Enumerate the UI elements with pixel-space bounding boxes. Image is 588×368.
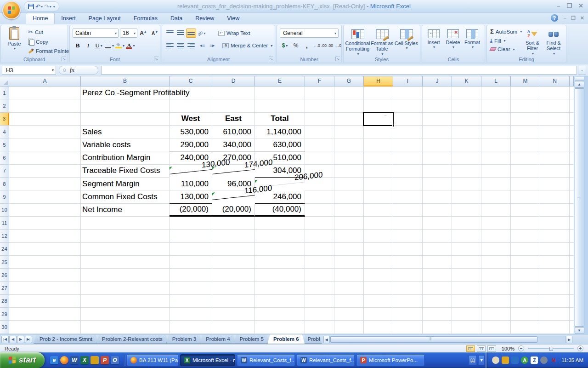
- restore-button[interactable]: ❐: [566, 2, 572, 9]
- align-bottom-button[interactable]: [186, 29, 196, 38]
- cell-D27[interactable]: [212, 282, 255, 294]
- cell-F9[interactable]: [305, 190, 334, 203]
- cell-A30[interactable]: [9, 321, 81, 334]
- underline-button[interactable]: U▾: [94, 41, 104, 50]
- cell-K11[interactable]: [452, 217, 481, 230]
- cell-M11[interactable]: [511, 217, 540, 230]
- fill-color-button[interactable]: ▾: [115, 41, 125, 50]
- column-header-A[interactable]: A: [9, 76, 81, 86]
- insert-cells-button[interactable]: Insert▾: [424, 26, 443, 57]
- cell-L1[interactable]: [481, 86, 511, 99]
- page-layout-view-button[interactable]: [477, 345, 486, 352]
- cell-A26[interactable]: [9, 269, 81, 282]
- cell-H12[interactable]: [364, 230, 393, 242]
- cell-G24[interactable]: [334, 243, 364, 256]
- cell-B8[interactable]: Segment Margin: [81, 178, 170, 190]
- shield-icon[interactable]: [502, 356, 509, 364]
- cell-F4[interactable]: [305, 126, 334, 138]
- cell-G30[interactable]: [334, 321, 364, 334]
- cell-E1[interactable]: [255, 86, 305, 99]
- cell-K8[interactable]: [452, 178, 481, 190]
- task-button-ba-213-w11-pasc[interactable]: BA 213 W11 (Pasc...: [127, 354, 178, 366]
- cell-F1[interactable]: [305, 86, 334, 99]
- clipboard-dialog-launcher-icon[interactable]: ↘: [62, 57, 66, 61]
- access-keys-icon[interactable]: [90, 356, 99, 364]
- task-button-microsoft-excel-r[interactable]: XMicrosoft Excel - r...: [180, 354, 235, 366]
- cell-G29[interactable]: [334, 308, 364, 321]
- format-cells-button[interactable]: Format▾: [463, 26, 482, 57]
- column-header-N[interactable]: N: [540, 76, 570, 86]
- select-all-corner[interactable]: [0, 76, 9, 86]
- cell-styles-button[interactable]: Cell Styles▾: [394, 26, 418, 57]
- cell-C29[interactable]: [170, 308, 212, 321]
- cell-I24[interactable]: [393, 243, 423, 256]
- cell-L27[interactable]: [481, 282, 511, 294]
- cell-D28[interactable]: [212, 295, 255, 308]
- workbook-restore-button[interactable]: ❐: [571, 15, 576, 21]
- vertical-scroll-thumb[interactable]: [575, 88, 584, 327]
- cell-E10[interactable]: (40,000): [255, 204, 305, 217]
- column-header-M[interactable]: M: [511, 76, 540, 86]
- cell-I9[interactable]: [393, 190, 423, 203]
- start-button[interactable]: start: [0, 352, 45, 368]
- row-header-27[interactable]: 27: [0, 282, 9, 294]
- cell-H25[interactable]: [364, 256, 393, 269]
- cell-A29[interactable]: [9, 308, 81, 321]
- cell-F27[interactable]: [305, 282, 334, 294]
- tools-icon[interactable]: [511, 356, 519, 364]
- cell-B1[interactable]: Perez Co -Segment Profitablity: [81, 86, 170, 99]
- cell-E26[interactable]: [255, 269, 305, 282]
- normal-view-button[interactable]: [466, 345, 475, 352]
- row-header-11[interactable]: 11: [0, 217, 9, 230]
- cell-M26[interactable]: [511, 269, 540, 282]
- cell-B24[interactable]: [81, 243, 170, 256]
- row-header-6[interactable]: 6: [0, 151, 9, 164]
- cell-J8[interactable]: [423, 178, 452, 190]
- cell-N6[interactable]: [540, 151, 570, 164]
- cell-E2[interactable]: [255, 99, 305, 112]
- cell-C27[interactable]: [170, 282, 212, 294]
- cell-D26[interactable]: [212, 269, 255, 282]
- column-header-I[interactable]: I: [393, 76, 423, 86]
- cell-N3[interactable]: [540, 113, 570, 126]
- ribbon-tab-insert[interactable]: Insert: [55, 13, 82, 24]
- cell-M8[interactable]: [511, 178, 540, 190]
- cell-D10[interactable]: (20,000): [212, 204, 255, 217]
- cell-D12[interactable]: [212, 230, 255, 242]
- page-break-view-button[interactable]: [487, 345, 496, 352]
- cell-C4[interactable]: 530,000: [170, 126, 212, 138]
- cell-L11[interactable]: [481, 217, 511, 230]
- ribbon-tab-data[interactable]: Data: [164, 13, 189, 24]
- align-middle-button[interactable]: [175, 29, 186, 38]
- hide-icons-chevron-icon[interactable]: ▼: [478, 355, 485, 365]
- cell-L2[interactable]: [481, 99, 511, 112]
- cell-E12[interactable]: [255, 230, 305, 242]
- cell-I26[interactable]: [393, 269, 423, 282]
- cell-N4[interactable]: [540, 126, 570, 138]
- cell-H4[interactable]: [364, 126, 393, 138]
- cell-K7[interactable]: [452, 165, 481, 178]
- merge-center-button[interactable]: Merge & Center▾: [222, 43, 272, 48]
- cell-I4[interactable]: [393, 126, 423, 138]
- cell-I10[interactable]: [393, 204, 423, 217]
- cell-D5[interactable]: 340,000: [212, 138, 255, 151]
- cell-H9[interactable]: [364, 190, 393, 203]
- cell-E28[interactable]: [255, 295, 305, 308]
- borders-button[interactable]: ▾: [104, 41, 114, 50]
- cell-C9[interactable]: 130,000: [170, 190, 212, 203]
- cell-D24[interactable]: [212, 243, 255, 256]
- cell-J10[interactable]: [423, 204, 452, 217]
- cell-B26[interactable]: [81, 269, 170, 282]
- cell-I28[interactable]: [393, 295, 423, 308]
- cell-C12[interactable]: [170, 230, 212, 242]
- help-icon[interactable]: ?: [551, 14, 558, 22]
- cell-D25[interactable]: [212, 256, 255, 269]
- cell-D29[interactable]: [212, 308, 255, 321]
- column-header-E[interactable]: E: [255, 76, 305, 86]
- cell-B25[interactable]: [81, 256, 170, 269]
- cell-M9[interactable]: [511, 190, 540, 203]
- cell-M27[interactable]: [511, 282, 540, 294]
- cell-E4[interactable]: 1,140,000: [255, 126, 305, 138]
- close-button[interactable]: ✕: [578, 2, 583, 9]
- row-header-5[interactable]: 5: [0, 138, 9, 151]
